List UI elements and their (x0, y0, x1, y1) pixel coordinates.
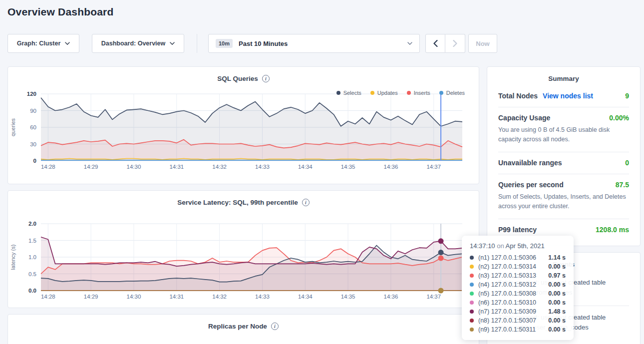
summary-row: Unavailable ranges0 (498, 152, 629, 174)
toolbar-divider (197, 34, 197, 53)
page-title: Overview Dashboard (7, 6, 114, 18)
x-axis-tick: 14:29 (84, 294, 98, 300)
legend-label: Selects (343, 90, 361, 96)
y-axis-label: latency (s) (10, 245, 16, 270)
series-color-dot (470, 301, 474, 305)
x-axis-tick: 14:37 (426, 294, 441, 300)
legend-dot (336, 91, 340, 95)
series-color-dot (470, 274, 474, 278)
summary-title: Summary (498, 67, 629, 85)
y-axis-tick: 2.0 (28, 221, 36, 227)
legend-label: Deletes (446, 90, 465, 96)
x-axis-tick: 14:36 (384, 164, 398, 170)
x-axis-tick: 14:30 (127, 294, 141, 300)
x-axis-tick: 14:33 (255, 294, 270, 300)
service-latency-panel: Service Latency: SQL, 99th percentile 0.… (7, 190, 479, 308)
service-latency-chart[interactable]: 0.00.51.01.52.014:2814:2914:3014:3114:32… (8, 220, 479, 305)
tooltip-node-value: 0.00 s (548, 317, 566, 324)
x-axis-tick: 14:29 (84, 164, 98, 170)
x-axis-tick: 14:32 (212, 294, 227, 300)
x-axis-tick: 14:31 (169, 294, 184, 300)
dashboard-dropdown[interactable]: Dashboard: Overview (92, 34, 184, 53)
summary-row-label: Capacity Usage (498, 114, 550, 122)
x-axis-tick: 14:35 (341, 164, 355, 170)
now-button[interactable]: Now (468, 34, 497, 53)
dashboard-dropdown-label: Dashboard: Overview (101, 40, 166, 47)
legend-dot (370, 91, 374, 95)
info-icon[interactable] (262, 75, 270, 82)
time-range-picker[interactable]: 10m Past 10 Minutes (208, 34, 420, 53)
y-axis-tick: 1.5 (28, 238, 36, 244)
legend-dot (407, 91, 411, 95)
tooltip-node-value: 0.00 s (548, 326, 566, 333)
time-next-button[interactable] (445, 34, 465, 53)
tooltip-timestamp: 14:37:10 on Apr 5th, 2021 (470, 242, 566, 250)
summary-row-value: 0 (625, 159, 629, 167)
series-color-dot (470, 319, 474, 323)
summary-row-value: 1208.0 ms (596, 226, 629, 234)
tooltip-node-row: (n8) 127.0.0.1:503070.00 s (470, 316, 566, 325)
view-nodes-list-link[interactable]: View nodes list (543, 92, 593, 100)
tooltip-node-row: (n2) 127.0.0.1:503140.00 s (470, 262, 566, 271)
chevron-down-icon (65, 42, 70, 45)
tooltip-node-value: 0.00 s (548, 299, 566, 306)
hover-point-dot (438, 288, 444, 294)
x-axis-tick: 14:36 (384, 294, 398, 300)
y-axis-tick: 120 (27, 91, 36, 97)
tooltip-node-value: 0.00 s (548, 290, 566, 297)
info-icon[interactable] (302, 199, 310, 206)
summary-row-label: P99 latency (498, 226, 537, 234)
x-axis-tick: 14:34 (298, 294, 313, 300)
tooltip-node-label: (n4) 127.0.0.1:50312 (478, 281, 548, 288)
summary-panel: Summary Total NodesView nodes list9Capac… (487, 66, 641, 246)
summary-row-description: You are using 0 B of 4.5 GiB usable disk… (498, 125, 629, 145)
summary-row-value: 9 (625, 92, 629, 100)
summary-row-description: Sum of Selects, Updates, Inserts, and De… (498, 192, 629, 212)
time-nav-group (425, 34, 465, 53)
x-axis-tick: 14:31 (169, 164, 184, 170)
graph-dropdown[interactable]: Graph: Cluster (7, 34, 79, 53)
series-color-dot (470, 310, 474, 314)
summary-row-value: 87.5 (616, 181, 629, 189)
sql-queries-panel: SQL Queries SelectsUpdatesInsertsDeletes… (7, 66, 479, 184)
tooltip-node-label: (n2) 127.0.0.1:50314 (478, 263, 548, 270)
sql-queries-chart[interactable]: 030609012014:2814:2914:3014:3114:3214:33… (8, 90, 479, 175)
tooltip-node-row: (n7) 127.0.0.1:503091.48 s (470, 307, 566, 316)
chevron-down-icon (170, 42, 175, 45)
hover-point-dot (438, 238, 444, 244)
series-color-dot (470, 283, 474, 287)
y-axis-tick: 0.5 (28, 271, 36, 277)
y-axis-tick: 0 (33, 158, 36, 164)
series-color-dot (470, 256, 474, 260)
x-axis-tick: 14:37 (426, 164, 441, 170)
tooltip-node-value: 0.97 s (548, 272, 566, 279)
y-axis-tick: 1.0 (28, 254, 36, 260)
tooltip-node-label: (n5) 127.0.0.1:50308 (478, 290, 548, 297)
tooltip-node-row: (n6) 127.0.0.1:503100.00 s (470, 298, 566, 307)
time-range-badge: 10m (216, 39, 233, 48)
time-range-label: Past 10 Minutes (239, 40, 401, 47)
legend-label: Inserts (414, 90, 430, 96)
x-axis-tick: 14:34 (298, 164, 313, 170)
tooltip-node-row: (n1) 127.0.0.1:503061.14 s (470, 253, 566, 262)
tooltip-node-row: (n9) 127.0.0.1:503110.00 s (470, 325, 566, 334)
summary-row-label: Queries per second (498, 181, 564, 189)
graph-dropdown-label: Graph: Cluster (17, 40, 61, 47)
x-axis-tick: 14:30 (127, 164, 141, 170)
y-axis-tick: 90 (30, 108, 36, 114)
x-axis-tick: 14:33 (255, 164, 270, 170)
time-prev-button[interactable] (425, 34, 445, 53)
y-axis-label: queries (10, 118, 16, 136)
tooltip-node-row: (n4) 127.0.0.1:503120.00 s (470, 280, 566, 289)
info-icon[interactable] (271, 323, 279, 330)
summary-row-value: 0.00% (609, 114, 629, 122)
replicas-chart-title: Replicas per Node (208, 323, 267, 330)
toolbar: Graph: Cluster Dashboard: Overview 10m P… (0, 34, 644, 53)
tooltip-node-label: (n6) 127.0.0.1:50310 (478, 299, 548, 306)
sql-queries-legend: SelectsUpdatesInsertsDeletes (336, 90, 465, 96)
series-color-dot (470, 292, 474, 296)
series-color-dot (470, 265, 474, 269)
tooltip-node-label: (n7) 127.0.0.1:50309 (478, 308, 548, 315)
tooltip-node-value: 0.00 s (548, 281, 566, 288)
y-axis-tick: 60 (30, 124, 36, 130)
